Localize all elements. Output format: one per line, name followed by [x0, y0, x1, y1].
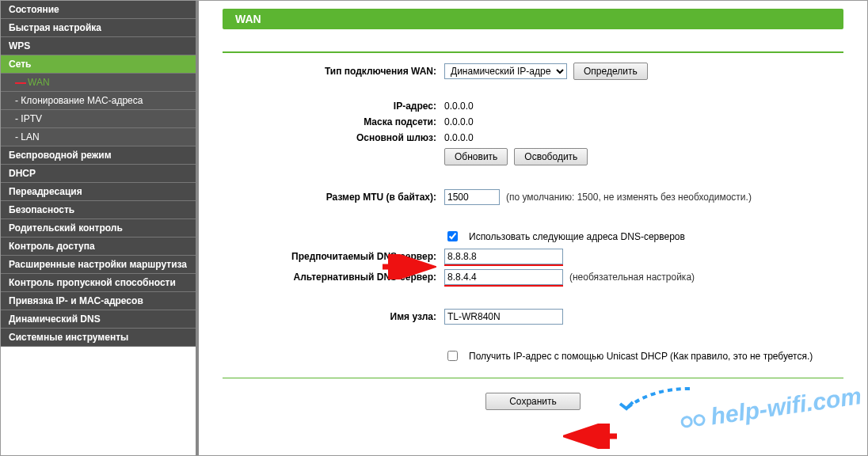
label-dns2: Альтернативный DNS-сервер: [223, 272, 444, 283]
row-conn-type: Тип подключения WAN: Динамический IP-адр… [223, 63, 843, 80]
active-marker-icon [15, 82, 26, 84]
label-dns1: Предпочитаемый DNS-сервер: [223, 251, 444, 262]
use-dns-checkbox[interactable] [447, 231, 458, 241]
sidebar-item-access-control[interactable]: Контроль доступа [1, 238, 196, 256]
main-panel: WAN Тип подключения WAN: Динамический IP… [199, 1, 867, 455]
sidebar-item-parental[interactable]: Родительский контроль [1, 219, 196, 238]
row-ip: IP-адрес: 0.0.0.0 [223, 101, 843, 112]
sidebar-item-iptv[interactable]: - IPTV [1, 110, 196, 128]
row-mask: Маска подсети: 0.0.0.0 [223, 116, 843, 127]
sidebar: Состояние Быстрая настройка WPS Сеть WAN… [1, 1, 199, 455]
sidebar-item-wireless[interactable]: Беспроводной режим [1, 146, 196, 165]
unicast-checkbox[interactable] [447, 351, 458, 361]
label-gateway: Основной шлюз: [223, 132, 444, 143]
row-renew-release: Обновить Освободить [223, 148, 843, 165]
row-gateway: Основной шлюз: 0.0.0.0 [223, 132, 843, 143]
sidebar-item-wan[interactable]: WAN [1, 74, 196, 92]
use-dns-label: Использовать следующие адреса DNS-сервер… [469, 231, 685, 242]
sidebar-item-dhcp[interactable]: DHCP [1, 165, 196, 183]
app-frame: Состояние Быстрая настройка WPS Сеть WAN… [0, 0, 868, 456]
renew-button[interactable]: Обновить [444, 148, 508, 165]
row-unicast: Получить IP-адрес с помощью Unicast DHCP… [223, 348, 843, 363]
sidebar-item-status[interactable]: Состояние [1, 1, 196, 19]
sidebar-item-mac-clone[interactable]: - Клонирование MAC-адреса [1, 92, 196, 110]
sidebar-item-ip-mac-binding[interactable]: Привязка IP- и MAC-адресов [1, 292, 196, 310]
sidebar-item-wps[interactable]: WPS [1, 37, 196, 55]
unicast-label: Получить IP-адрес с помощью Unicast DHCP… [469, 351, 813, 362]
hint-dns2: (необязательная настройка) [569, 272, 695, 283]
mtu-input[interactable] [444, 189, 500, 205]
row-mtu: Размер MTU (в байтах): (по умолчанию: 15… [223, 189, 843, 205]
sidebar-item-network[interactable]: Сеть [1, 55, 196, 74]
dns2-input[interactable] [444, 269, 563, 285]
sidebar-item-quick-setup[interactable]: Быстрая настройка [1, 19, 196, 37]
label-mask: Маска подсети: [223, 116, 444, 127]
row-save: Сохранить [223, 393, 843, 410]
label-mtu: Размер MTU (в байтах): [223, 192, 444, 203]
conn-type-select[interactable]: Динамический IP-адрес [444, 63, 567, 79]
sidebar-item-label: WAN [28, 77, 50, 88]
sidebar-item-security[interactable]: Безопасность [1, 201, 196, 219]
dns1-input[interactable] [444, 249, 563, 264]
detect-button[interactable]: Определить [573, 63, 648, 80]
value-mask: 0.0.0.0 [444, 116, 474, 127]
separator [223, 51, 843, 53]
value-gateway: 0.0.0.0 [444, 132, 474, 143]
sidebar-item-ddns[interactable]: Динамический DNS [1, 310, 196, 329]
sidebar-item-advanced-routing[interactable]: Расширенные настройки маршрутиза [1, 256, 196, 274]
sidebar-item-forwarding[interactable]: Переадресация [1, 183, 196, 201]
svg-point-3 [695, 415, 706, 426]
label-host: Имя узла: [223, 311, 444, 322]
sidebar-fill [1, 347, 196, 455]
page-title: WAN [223, 9, 843, 29]
release-button[interactable]: Освободить [514, 148, 588, 165]
svg-point-2 [682, 416, 693, 428]
sidebar-item-lan[interactable]: - LAN [1, 128, 196, 146]
hint-mtu: (по умолчанию: 1500, не изменять без нео… [506, 192, 752, 203]
row-dns2: Альтернативный DNS-сервер: (необязательн… [223, 269, 843, 285]
host-input[interactable] [444, 309, 563, 325]
row-dns1: Предпочитаемый DNS-сервер: [223, 249, 843, 264]
sidebar-item-bandwidth[interactable]: Контроль пропускной способности [1, 274, 196, 292]
row-host: Имя узла: [223, 309, 843, 325]
save-button[interactable]: Сохранить [485, 393, 581, 410]
label-conn-type: Тип подключения WAN: [223, 66, 444, 77]
label-ip: IP-адрес: [223, 101, 444, 112]
annotation-arrow-icon [563, 424, 619, 449]
separator-bottom [223, 378, 843, 378]
row-use-dns: Использовать следующие адреса DNS-сервер… [223, 229, 843, 244]
sidebar-item-system-tools[interactable]: Системные инструменты [1, 329, 196, 347]
value-ip: 0.0.0.0 [444, 101, 474, 112]
